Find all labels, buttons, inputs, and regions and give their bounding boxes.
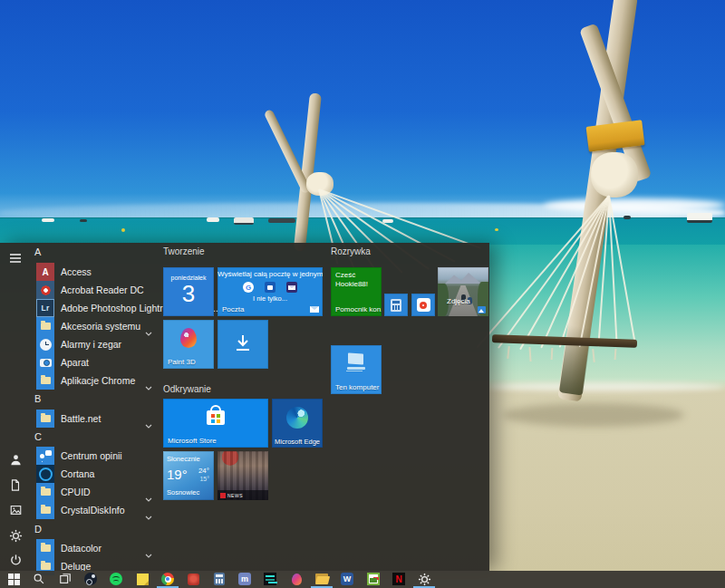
- app-label: Battle.net: [61, 413, 101, 424]
- app-row-battlenet[interactable]: Battle.net: [0, 410, 160, 428]
- paint3d-tile[interactable]: Paint 3D: [163, 320, 214, 369]
- app-label: CrystalDiskInfo: [61, 505, 125, 516]
- taskbar-chrome[interactable]: [160, 572, 175, 586]
- taskbar-red-app[interactable]: [186, 572, 200, 586]
- taskbar-sticky-notes[interactable]: [135, 572, 150, 586]
- app-row-lightroom[interactable]: Lr Adobe Photoshop Lightroom 5.7.1 6...: [0, 299, 160, 317]
- app-label: Aparat: [61, 357, 89, 368]
- buoy: [495, 228, 498, 231]
- desktop: A A Access Acrobat Reader DC Lr Adobe Ph…: [0, 0, 725, 588]
- boat: [207, 217, 219, 222]
- mail-subtext: I nie tylko...: [218, 294, 323, 303]
- taskbar-image-viewer[interactable]: [366, 572, 381, 586]
- app-row-aplikacje-chrome[interactable]: Aplikacje Chrome: [0, 371, 160, 390]
- image-viewer-icon: [367, 573, 380, 585]
- cortana-icon: [36, 465, 54, 483]
- folder-icon: [36, 317, 54, 335]
- section-letter[interactable]: C: [34, 431, 42, 442]
- app-row-acrobat[interactable]: Acrobat Reader DC: [0, 281, 160, 299]
- word-icon: W: [341, 573, 353, 585]
- chevron-down-icon[interactable]: [145, 378, 152, 394]
- app-row-alarmy-i-zegar[interactable]: Alarmy i zegar: [0, 335, 160, 353]
- download-tile[interactable]: [218, 320, 268, 369]
- lightroom-icon: Lr: [36, 299, 54, 317]
- app-row-cpuid[interactable]: CPUID: [0, 483, 160, 501]
- taskbar-spotify[interactable]: [109, 572, 123, 586]
- assistant-line2: Hookie88!: [335, 280, 368, 289]
- taskbar-settings[interactable]: [417, 572, 431, 586]
- assistant-tile[interactable]: Cześć Hookie88! Pomocnik kon...: [331, 267, 382, 316]
- section-letter[interactable]: B: [34, 393, 41, 404]
- group-title-tworzenie[interactable]: Tworzenie: [163, 246, 205, 256]
- news-watermark: NEWS: [227, 493, 243, 498]
- computer-monitor-icon: [344, 352, 368, 372]
- app-label: Alarmy i zegar: [61, 339, 121, 350]
- taskbar-word[interactable]: W: [340, 572, 354, 586]
- folder-icon: [36, 539, 54, 557]
- mail-headline: Wyświetlaj całą pocztę w jednym...: [218, 270, 323, 278]
- taskbar-file-explorer[interactable]: [314, 572, 329, 586]
- photos-tile[interactable]: Zdjęcia: [438, 267, 488, 316]
- section-letter[interactable]: D: [34, 524, 42, 535]
- chrome-icon: [161, 573, 174, 585]
- this-pc-tile-label: Ten komputer: [335, 383, 379, 391]
- app-label: Acrobat Reader DC: [61, 284, 144, 295]
- news-logo-icon: [220, 493, 226, 498]
- group-title-odkrywanie[interactable]: Odkrywanie: [163, 384, 211, 394]
- edge-logo-icon: [286, 407, 308, 429]
- maps-small-tile[interactable]: [411, 294, 435, 316]
- app-row-akcesoria-systemu[interactable]: Akcesoria systemu: [0, 317, 160, 335]
- calculator-icon: [391, 299, 401, 312]
- chevron-down-icon[interactable]: [145, 416, 152, 432]
- news-tile[interactable]: NEWS: [218, 451, 268, 500]
- folder-icon: [36, 371, 54, 390]
- app-row-crystaldiskinfo[interactable]: CrystalDiskInfo: [0, 501, 160, 519]
- game-icon: [264, 573, 276, 585]
- start-button[interactable]: [6, 572, 21, 586]
- news-caption-bar: NEWS: [218, 490, 268, 500]
- calculator-small-tile[interactable]: [384, 294, 408, 316]
- app-row-centrum-opinii[interactable]: Centrum opinii: [0, 447, 160, 465]
- app-row-access[interactable]: A Access: [0, 263, 160, 281]
- lightroom-glyph: Lr: [41, 304, 49, 313]
- paint3d-tile-label: Paint 3D: [168, 358, 196, 366]
- alarms-clock-icon: [36, 335, 54, 353]
- task-view-button[interactable]: [58, 572, 72, 586]
- weather-tile[interactable]: Słonecznie 19° 24° 15° Sosnowiec: [163, 451, 214, 500]
- boat: [687, 213, 712, 223]
- group-title-rozrywka[interactable]: Rozrywka: [331, 246, 371, 256]
- section-letter[interactable]: A: [34, 246, 41, 257]
- google-icon: G: [243, 282, 254, 293]
- app-label: Akcesoria systemu: [61, 321, 140, 332]
- this-pc-tile[interactable]: Ten komputer: [331, 345, 382, 394]
- map-pin-icon: [417, 298, 430, 312]
- edge-tile-label: Microsoft Edge: [275, 438, 320, 446]
- app-label: Datacolor: [61, 543, 102, 554]
- water-edge-foam: [488, 382, 725, 391]
- buoy: [121, 228, 125, 232]
- taskbar-game[interactable]: [263, 572, 277, 586]
- camera-icon: [36, 353, 54, 371]
- app-row-datacolor[interactable]: Datacolor: [0, 539, 160, 557]
- calendar-day: 3: [163, 281, 214, 306]
- rope-wrap: [591, 152, 638, 198]
- mail-tile-label: Poczta: [222, 305, 244, 313]
- red-app-icon: [188, 574, 199, 585]
- taskbar-steam[interactable]: [83, 572, 98, 586]
- store-bag-icon: [207, 410, 225, 425]
- taskbar-search-button[interactable]: [32, 572, 46, 586]
- folder-icon: [36, 410, 54, 428]
- taskbar-messenger[interactable]: m: [237, 572, 252, 586]
- calendar-tile[interactable]: poniedziałek 3: [163, 267, 214, 316]
- microsoft-edge-tile[interactable]: Microsoft Edge: [272, 399, 323, 448]
- microsoft-store-tile[interactable]: Microsoft Store: [163, 399, 268, 448]
- taskbar-calculator[interactable]: [212, 572, 227, 586]
- chevron-down-icon[interactable]: [145, 507, 152, 524]
- store-tile-label: Microsoft Store: [168, 437, 217, 445]
- mail-tile[interactable]: Wyświetlaj całą pocztę w jednym... G I n…: [218, 267, 323, 316]
- taskbar-netflix[interactable]: N: [392, 572, 406, 586]
- app-row-aparat[interactable]: Aparat: [0, 353, 160, 371]
- app-row-cortana[interactable]: Cortana: [0, 465, 160, 483]
- steam-icon: [84, 573, 97, 585]
- taskbar-paint3d[interactable]: [289, 572, 304, 586]
